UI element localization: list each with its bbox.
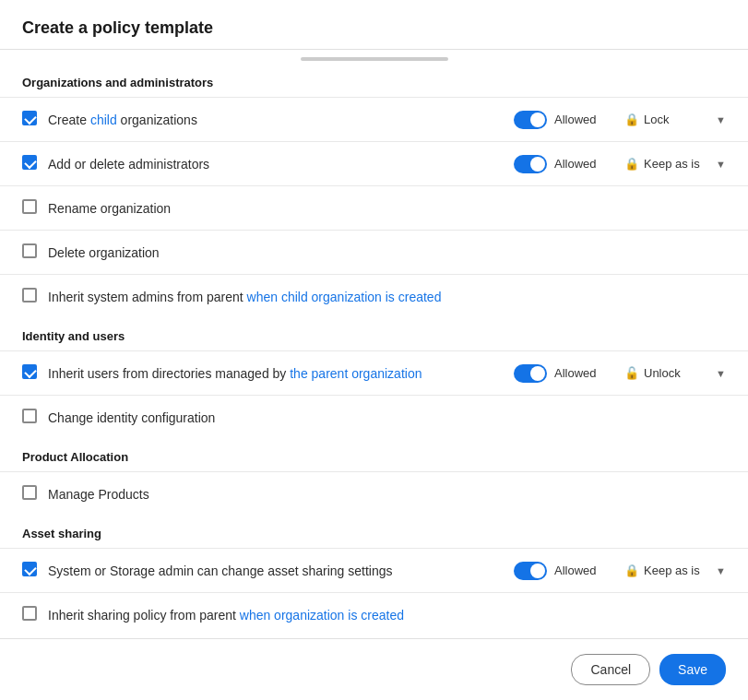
policy-row-system-storage-asset: System or Storage admin can change asset… <box>0 548 748 592</box>
checkbox-rename-org[interactable] <box>22 199 37 214</box>
policy-row-create-child-orgs: Create child organizationsAllowed🔒Lock▼ <box>0 97 748 141</box>
chevron-down-icon-system-storage-asset[interactable]: ▼ <box>716 565 726 576</box>
modal-footer: Cancel Save <box>0 638 748 700</box>
checkbox-inherit-sharing-policy[interactable] <box>22 606 37 621</box>
toggle-add-delete-admins[interactable] <box>514 155 547 173</box>
chevron-down-icon-inherit-users-dirs[interactable]: ▼ <box>716 368 726 379</box>
label-inherit-users-dirs: Inherit users from directories managed b… <box>48 366 514 381</box>
chevron-down-icon-create-child-orgs[interactable]: ▼ <box>716 114 726 125</box>
allowed-cell-inherit-users-dirs: Allowed <box>514 364 624 383</box>
toggle-create-child-orgs[interactable] <box>514 111 547 129</box>
checkbox-cell <box>22 485 48 503</box>
lock-icon: 🔒 <box>624 157 639 171</box>
unlock-icon: 🔓 <box>624 366 639 380</box>
lock-label-add-delete-admins: Keep as is <box>644 157 700 171</box>
label-system-storage-asset: System or Storage admin can change asset… <box>48 564 514 578</box>
label-manage-products: Manage Products <box>48 487 514 502</box>
checkbox-cell <box>22 562 48 579</box>
scroll-bar-decoration <box>301 57 448 61</box>
checkbox-cell <box>22 409 48 426</box>
checkbox-inherit-users-dirs[interactable] <box>22 364 37 379</box>
toggle-system-storage-asset[interactable] <box>514 562 547 580</box>
label-rename-org: Rename organization <box>48 201 514 216</box>
checkbox-add-delete-admins[interactable] <box>22 155 37 170</box>
cancel-button[interactable]: Cancel <box>571 654 650 685</box>
label-inherit-sys-admins: Inherit system admins from parent when c… <box>48 290 514 304</box>
label-add-delete-admins: Add or delete administrators <box>48 157 514 172</box>
checkbox-create-child-orgs[interactable] <box>22 111 37 125</box>
policy-row-rename-org: Rename organization <box>0 185 748 230</box>
policy-row-inherit-users-dirs: Inherit users from directories managed b… <box>0 350 748 395</box>
allowed-text-system-storage-asset: Allowed <box>554 564 597 577</box>
lock-cell-system-storage-asset[interactable]: 🔒Keep as is▼ <box>624 564 726 577</box>
policy-row-add-delete-admins: Add or delete administratorsAllowed🔒Keep… <box>0 141 748 185</box>
modal-body: Organizations and administratorsCreate c… <box>0 50 748 638</box>
checkbox-cell <box>22 155 48 172</box>
allowed-cell-system-storage-asset: Allowed <box>514 562 624 580</box>
label-delete-org: Delete organization <box>48 245 514 260</box>
modal-header: Create a policy template <box>0 0 748 50</box>
scroll-indicator <box>0 50 748 65</box>
lock-icon: 🔒 <box>624 113 639 126</box>
policy-row-delete-org: Delete organization <box>0 230 748 274</box>
section-header-orgs-admins: Organizations and administrators <box>0 65 748 97</box>
label-inherit-sharing-policy: Inherit sharing policy from parent when … <box>48 608 514 623</box>
allowed-cell-create-child-orgs: Allowed <box>514 111 624 129</box>
allowed-text-create-child-orgs: Allowed <box>554 113 597 126</box>
checkbox-manage-products[interactable] <box>22 485 37 500</box>
section-header-product-allocation: Product Allocation <box>0 439 748 471</box>
checkbox-cell <box>22 288 48 305</box>
checkbox-cell <box>22 364 48 382</box>
lock-cell-inherit-users-dirs[interactable]: 🔓Unlock▼ <box>624 366 726 380</box>
section-header-asset-sharing: Asset sharing <box>0 516 748 548</box>
allowed-cell-add-delete-admins: Allowed <box>514 155 624 173</box>
checkbox-cell <box>22 243 48 261</box>
lock-icon: 🔒 <box>624 564 639 577</box>
lock-cell-add-delete-admins[interactable]: 🔒Keep as is▼ <box>624 157 726 171</box>
checkbox-cell <box>22 111 48 128</box>
allowed-text-add-delete-admins: Allowed <box>554 157 597 171</box>
checkbox-cell <box>22 606 48 623</box>
toggle-inherit-users-dirs[interactable] <box>514 364 547 383</box>
chevron-down-icon-add-delete-admins[interactable]: ▼ <box>716 159 726 170</box>
lock-cell-create-child-orgs[interactable]: 🔒Lock▼ <box>624 113 726 126</box>
label-change-identity-config: Change identity configuration <box>48 410 514 425</box>
save-button[interactable]: Save <box>659 654 726 685</box>
checkbox-change-identity-config[interactable] <box>22 409 37 423</box>
checkbox-system-storage-asset[interactable] <box>22 562 37 576</box>
lock-label-inherit-users-dirs: Unlock <box>644 366 681 380</box>
modal-title: Create a policy template <box>22 18 213 37</box>
label-create-child-orgs: Create child organizations <box>48 113 514 127</box>
checkbox-delete-org[interactable] <box>22 243 37 258</box>
checkbox-cell <box>22 199 48 217</box>
allowed-text-inherit-users-dirs: Allowed <box>554 366 597 380</box>
create-policy-modal: Create a policy template Organizations a… <box>0 0 748 700</box>
policy-row-change-identity-config: Change identity configuration <box>0 395 748 439</box>
section-header-identity-users: Identity and users <box>0 318 748 350</box>
checkbox-inherit-sys-admins[interactable] <box>22 288 37 303</box>
policy-row-inherit-sys-admins: Inherit system admins from parent when c… <box>0 274 748 318</box>
policy-row-inherit-sharing-policy: Inherit sharing policy from parent when … <box>0 592 748 636</box>
lock-label-create-child-orgs: Lock <box>644 113 669 126</box>
lock-label-system-storage-asset: Keep as is <box>644 564 700 577</box>
policy-row-manage-products: Manage Products <box>0 471 748 516</box>
